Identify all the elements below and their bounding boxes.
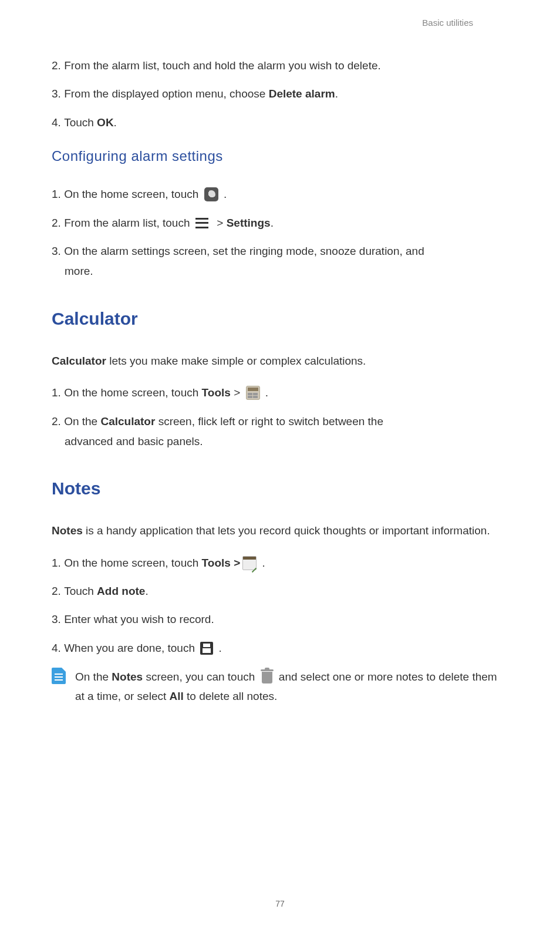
calculator-icon [246,386,260,400]
notes-step-3: 3. Enter what you wish to record. [52,611,508,628]
notes-tip-block: On the Notes screen, you can touch and s… [52,668,508,706]
delete-alarm-step-2: 2. From the alarm list, touch and hold t… [52,57,508,75]
notes-tip-content: On the Notes screen, you can touch and s… [75,668,508,706]
trash-icon [262,672,272,683]
calculator-heading: Calculator [52,309,508,329]
configuring-heading: Configuring alarm settings [52,148,508,164]
header-section-label: Basic utilities [52,18,508,28]
delete-alarm-step-4: 4. Touch OK . [52,114,508,132]
calculator-step-1: 1. On the home screen, touch Tools > . [52,384,508,402]
notes-intro: Notes is a handy application that lets y… [52,522,508,540]
clock-icon [204,187,218,201]
configuring-step-2: 2. From the alarm list, touch > Settings… [52,214,508,232]
notes-step-4: 4. When you are done, touch . [52,639,508,657]
page-number: 77 [0,899,560,908]
note-tip-icon [52,668,66,684]
configuring-step-3: 3. On the alarm settings screen, set the… [52,243,508,260]
notepad-icon [242,556,257,570]
calculator-step-2: 2. On the Calculator screen, flick left … [52,413,508,430]
notes-step-1: 1. On the home screen, touch Tools > . [52,554,508,572]
configuring-step-1: 1. On the home screen, touch . [52,186,508,203]
configuring-step-3-cont: more. [52,262,508,280]
notes-heading: Notes [52,479,508,499]
save-icon [200,642,213,655]
calculator-step-2-cont: advanced and basic panels. [52,433,508,450]
notes-step-2: 2. Touch Add note . [52,582,508,600]
menu-icon [195,218,208,228]
calculator-intro: Calculator lets you make make simple or … [52,352,508,370]
delete-alarm-step-3: 3. From the displayed option menu, choos… [52,85,508,103]
